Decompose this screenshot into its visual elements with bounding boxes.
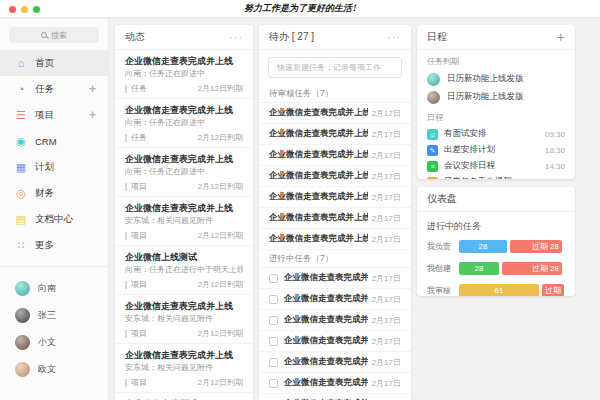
activity-card[interactable]: 企业微信上线测试 向南：任务正在进行中于明天上线 项目 2月12日到期 [115,246,253,295]
sidebar-item-plan[interactable]: ▦ 计划 [0,154,108,180]
user-item[interactable]: 小文 [0,329,108,356]
user-name: 欧文 [38,363,56,376]
sidebar-item-more[interactable]: ∷ 更多 [0,232,108,258]
due-date: 2月12日到期 [198,378,243,388]
user-item[interactable]: 欧文 [0,356,108,383]
activity-card-tag: 任务 [131,133,147,143]
add-icon[interactable]: + [89,82,96,96]
avatar [15,308,30,323]
todo-item[interactable]: 企业微信走查表完成并上线 2月17日 [259,373,411,394]
checkbox[interactable] [269,337,278,346]
tag-bar [125,85,127,93]
event-title: 会议安排日程 [444,160,495,172]
activity-header: 动态 ··· [115,25,253,50]
todo-item[interactable]: 企业微信走查表完成并上线 2月17日 [259,103,411,124]
sidebar-item-crm[interactable]: ◉ CRM [0,128,108,154]
checkbox[interactable] [269,316,278,325]
event-item[interactable]: ≡ 会议安排日程 14:30 [417,158,575,174]
checkbox[interactable] [269,295,278,304]
more-menu-icon[interactable]: ··· [229,31,243,43]
todo-item[interactable]: 企业微信走查表完成并上线 2月17日 [259,124,411,145]
todo-item[interactable]: 企业微信走查表完成并上线 2月17日 [259,145,411,166]
sidebar-item-docs[interactable]: ▤ 文档中心 [0,206,108,232]
tag-bar [125,281,127,289]
activity-card-title: 企业微信走查表完成并上线 [125,153,243,165]
todo-item[interactable]: 企业微信走查表完成并上线 2月17日 [259,187,411,208]
todo-item[interactable]: 企业微信走查表完成并上线 2月17日 [259,289,411,310]
todo-item[interactable]: 企业微信走查表完成并上线 2月17日 [259,394,411,400]
todo-item[interactable]: 企业微信走查表完成并上线 2月17日 [259,229,411,250]
todo-item[interactable]: 企业微信走查表完成并上线 2月17日 [259,268,411,289]
checkbox[interactable] [269,274,278,283]
todo-item[interactable]: 企业微信走查表完成并上线 2月17日 [259,310,411,331]
more-menu-icon[interactable]: ··· [387,31,401,43]
pending-review-section-header: 待审核任务（7） [259,85,411,103]
add-schedule-icon[interactable]: + [557,29,565,45]
activity-card[interactable]: 企业微信走查表完成并上线 向南：任务正在跟进中 任务 2月12日到期 [115,99,253,148]
bar-label: 我负责 [427,241,459,252]
event-item[interactable]: ☺ 有面试安排 09:30 [417,126,575,142]
activity-card-title: 企业微信走查表完成并上线 [125,300,243,312]
dashboard-bar-row: 我审核 61 过期2 [417,280,575,296]
todo-item-title: 企业微信走查表完成并上线 [269,233,368,245]
task-due-item[interactable]: 日历新功能上线发版 [417,88,575,106]
user-item[interactable]: 向南 [0,275,108,302]
search-placeholder: 搜索 [51,30,67,41]
finance-icon: ◎ [14,188,28,199]
bar-label: 我审核 [427,285,459,296]
due-date: 2月12日到期 [198,133,243,143]
grid-icon: ∷ [14,240,28,251]
due-date: 2月17日 [368,234,401,245]
activity-card[interactable]: 企业微信走查表完成并上线 安东城：相关问题见附件 项目 2月12日到期 [115,197,253,246]
todo-item[interactable]: 企业微信走查表完成并上线 2月17日 [259,352,411,373]
bar-track: 28 过期 28 [459,262,562,275]
todo-item-title: 企业微信走查表完成并上线 [284,272,368,284]
activity-card[interactable]: 企业微信走查表完成并上线 安东城：相关问题见附件 项目 2月12日到期 [115,295,253,344]
activity-card[interactable]: 企业微信走查表完成并上线 向南：任务正在跟进中 任务 2月12日到期 [115,50,253,99]
projects-icon: ☰ [14,110,28,121]
user-item[interactable]: 张三 [0,302,108,329]
search-input[interactable]: 搜索 [9,27,99,43]
activity-card[interactable]: 企业微信走查表完成并上线 向南：任务正在跟进中 项目 2月12日到期 [115,148,253,197]
quick-add-task-input[interactable]: 快速新建任务，记录每项工作 [268,57,402,78]
user-name: 小文 [38,336,56,349]
todo-item-title: 企业微信走查表完成并上线 [269,107,368,119]
tag-bar [125,330,127,338]
pending-review-list: 企业微信走查表完成并上线 2月17日 企业微信走查表完成并上线 2月17日 企业… [259,103,411,250]
fullscreen-icon[interactable] [33,6,40,13]
todo-item-title: 企业微信走查表完成并上线 [269,170,368,182]
sidebar-item-projects[interactable]: ☰ 项目 + [0,102,108,128]
activity-card-tag: 项目 [131,231,147,241]
todo-item[interactable]: 企业微信走查表完成并上线 2月17日 [259,208,411,229]
sidebar-item-home[interactable]: ⌂ 首页 [0,50,108,76]
activity-card-comment: 安东城：相关问题见附件 [125,216,243,226]
checkbox[interactable] [269,379,278,388]
activity-card-comment: 安东城：相关问题见附件 [125,363,243,373]
task-due-item[interactable]: 日历新功能上线发版 [417,70,575,88]
activity-card-comment: 向南：任务正在跟进中 [125,118,243,128]
activity-card[interactable]: 企业微信走查表完成并上线 安东城：相关问题见附件 项目 2月12日到期 [115,344,253,393]
due-date: 2月17日 [368,192,401,203]
sidebar-item-tasks[interactable]: ◔ 任务 + [0,76,108,102]
activity-card[interactable]: 企业微信上线测试 向南：任务正在进行中于明天上线 项目 2月12日到期 [115,393,253,400]
todo-panel: 待办 [ 27 ] ··· 快速新建任务，记录每项工作 待审核任务（7） 企业微… [259,25,411,400]
sidebar-item-finance[interactable]: ◎ 财务 [0,180,108,206]
sidebar-item-label: 首页 [35,57,54,70]
due-date: 2月12日到期 [198,84,243,94]
bar-overdue-segment: 过期 28 [502,262,562,275]
todo-item[interactable]: 企业微信走查表完成并上线 2月17日 [259,331,411,352]
event-item[interactable]: ✓ 日常任务工作提醒 16:30 [417,174,575,179]
activity-card-tag: 项目 [131,182,147,192]
avatar [427,91,440,104]
dashboard-section-label: 进行中的任务 [417,212,575,236]
add-icon[interactable]: + [89,108,96,122]
sidebar-item-label: 项目 [35,109,54,122]
due-date: 2月17日 [368,273,401,284]
minimize-icon[interactable] [21,6,28,13]
schedule-title: 日程 [427,30,447,44]
trip-icon: ✎ [427,145,438,156]
todo-item[interactable]: 企业微信走查表完成并上线 2月17日 [259,166,411,187]
event-item[interactable]: ✎ 出差安排计划 18:30 [417,142,575,158]
close-icon[interactable] [9,6,16,13]
checkbox[interactable] [269,358,278,367]
